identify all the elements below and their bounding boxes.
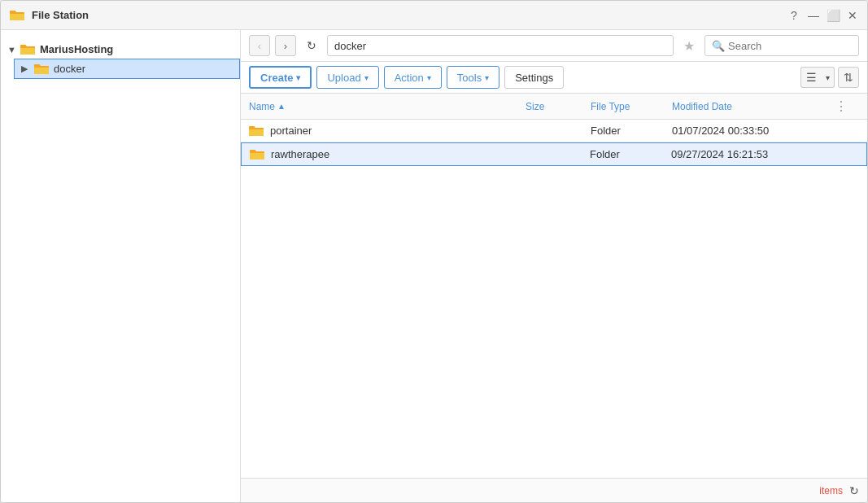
restore-button[interactable]: ⬜: [827, 9, 840, 22]
app-title: File Station: [32, 9, 89, 21]
upload-button[interactable]: Upload ▾: [316, 66, 378, 89]
column-header-size[interactable]: Size: [526, 98, 591, 114]
minimize-button[interactable]: —: [807, 9, 820, 22]
file-name-rawtherapee: rawtherapee: [271, 148, 329, 160]
help-button[interactable]: ?: [787, 9, 800, 22]
create-button[interactable]: Create ▾: [249, 66, 312, 89]
folder-icon-portainer: [249, 125, 264, 137]
forward-button[interactable]: ›: [275, 35, 296, 56]
list-view-dropdown[interactable]: ▾: [822, 67, 835, 88]
docker-folder-icon: [34, 63, 49, 75]
file-list: Name ▲ Size File Type Modified Date ⋮: [241, 94, 867, 478]
content-area: ‹ › ↻ ★ 🔍 Create ▾: [241, 30, 867, 502]
chevron-down-icon: ▼: [7, 45, 20, 55]
path-input[interactable]: [327, 35, 674, 56]
table-row[interactable]: portainer Folder 01/07/2024 00:33:50: [241, 120, 867, 142]
titlebar-left: File Station: [9, 7, 89, 24]
sidebar: ▼ MariusHosting ▶ docker: [1, 30, 241, 502]
tree-root: ▼ MariusHosting ▶ docker: [1, 37, 240, 82]
toolbar-top: ‹ › ↻ ★ 🔍: [241, 30, 867, 62]
toolbar-actions: Create ▾ Upload ▾ Action ▾ Tools ▾ Setti…: [241, 62, 867, 94]
statusbar: items ↻: [241, 478, 867, 502]
sidebar-item-docker-label: docker: [54, 63, 85, 75]
column-header-name[interactable]: Name ▲: [249, 98, 526, 114]
refresh-button[interactable]: ↻: [301, 35, 322, 56]
sidebar-item-docker[interactable]: ▶ docker: [14, 59, 240, 79]
file-name-cell-portainer: portainer: [249, 125, 526, 137]
bookmark-button[interactable]: ★: [678, 35, 700, 56]
titlebar-controls: ? — ⬜ ✕: [787, 9, 859, 22]
sort-button[interactable]: ⇅: [838, 67, 859, 88]
file-type-portainer: Folder: [591, 125, 672, 137]
column-header-filetype[interactable]: File Type: [591, 98, 672, 114]
file-name-portainer: portainer: [270, 125, 312, 137]
file-date-rawtherapee: 09/27/2024 16:21:53: [671, 148, 834, 160]
sort-indicator: ▲: [277, 102, 286, 111]
action-button[interactable]: Action ▾: [384, 66, 442, 89]
tools-button[interactable]: Tools ▾: [447, 66, 499, 89]
list-view-button[interactable]: ☰: [800, 67, 822, 88]
chevron-right-icon: ▶: [21, 63, 34, 74]
tools-dropdown-arrow: ▾: [485, 73, 489, 82]
action-dropdown-arrow: ▾: [427, 73, 431, 82]
file-name-cell-rawtherapee: rawtherapee: [250, 148, 525, 160]
more-options-icon[interactable]: ⋮: [835, 99, 848, 113]
settings-button[interactable]: Settings: [504, 66, 564, 89]
sidebar-root-label: MariusHosting: [40, 43, 113, 55]
table-row[interactable]: rawtherapee Folder 09/27/2024 16:21:53: [241, 142, 867, 166]
close-button[interactable]: ✕: [846, 9, 859, 22]
app-icon: [9, 7, 25, 24]
file-station-window: File Station ? — ⬜ ✕ ▼ MariusHosting: [0, 0, 868, 503]
statusbar-refresh-button[interactable]: ↻: [849, 484, 859, 497]
main-layout: ▼ MariusHosting ▶ docker: [1, 30, 867, 502]
items-label: items: [819, 485, 843, 496]
search-box: 🔍: [704, 35, 859, 56]
sidebar-children: ▶ docker: [1, 59, 240, 79]
create-dropdown-arrow: ▾: [296, 73, 300, 82]
upload-dropdown-arrow: ▾: [364, 73, 369, 82]
file-date-portainer: 01/07/2024 00:33:50: [672, 125, 835, 137]
root-folder-icon: [20, 44, 35, 55]
titlebar: File Station ? — ⬜ ✕: [1, 1, 867, 30]
file-type-rawtherapee: Folder: [590, 148, 671, 160]
column-header-modified[interactable]: Modified Date: [672, 98, 835, 114]
search-icon[interactable]: 🔍: [712, 40, 725, 52]
back-button[interactable]: ‹: [249, 35, 270, 56]
view-controls: ☰ ▾ ⇅: [800, 67, 859, 88]
sidebar-item-mariushosting[interactable]: ▼ MariusHosting: [1, 40, 240, 59]
search-input[interactable]: [728, 40, 842, 52]
folder-icon-rawtherapee: [250, 149, 264, 160]
file-list-header: Name ▲ Size File Type Modified Date ⋮: [241, 94, 867, 120]
column-header-actions: ⋮: [835, 98, 859, 114]
